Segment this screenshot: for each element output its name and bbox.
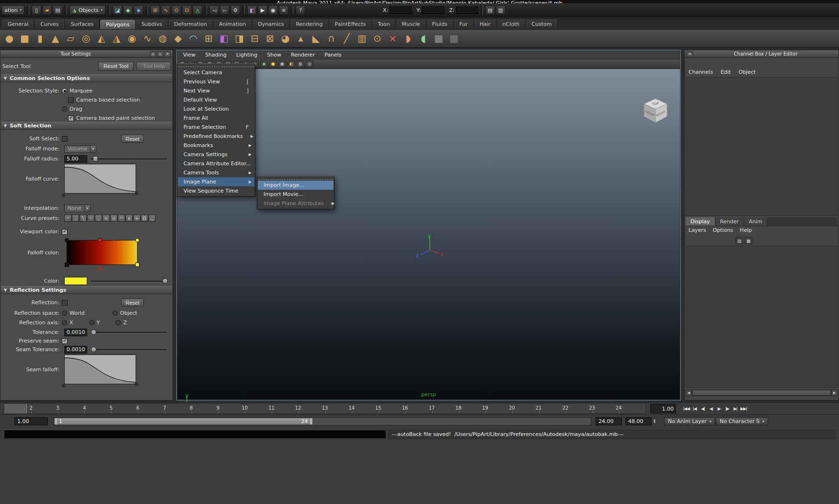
shelf-tab-curves[interactable]: Curves	[34, 19, 65, 29]
shelf-tab-toon[interactable]: Toon	[372, 19, 396, 29]
slider-handle[interactable]	[162, 278, 168, 284]
xray-display-icon[interactable]: ◍	[297, 60, 304, 68]
ramp-marker-icon[interactable]	[135, 263, 139, 267]
all-lights-icon[interactable]: ●	[278, 60, 286, 68]
curve-preset-soft-icon[interactable]: ◜	[64, 215, 71, 222]
output-connections-icon[interactable]: ▻	[220, 5, 230, 15]
snap-to-grid-icon[interactable]: ⊞	[150, 5, 160, 15]
construction-history-icon[interactable]: ⚙	[230, 5, 240, 15]
poly-soccer-ball-icon[interactable]: ◍	[155, 31, 170, 46]
input-connections-icon[interactable]: ◅	[209, 5, 219, 15]
selection-mask-dropdown[interactable]: ◮ Objects▾	[69, 5, 105, 15]
coord-x-field[interactable]	[390, 6, 412, 14]
play-forward-button[interactable]: ▶	[715, 403, 723, 414]
create-layer-assign-selected-icon[interactable]: ▦	[745, 237, 752, 244]
play-backward-button[interactable]: ◀	[707, 403, 715, 414]
range-slider-track[interactable]: 1 24	[54, 417, 591, 425]
shading-menu[interactable]: Shading	[205, 52, 227, 58]
dock-icon[interactable]: ▫	[150, 51, 156, 57]
step-forward-frame-button[interactable]: ▶|	[731, 403, 739, 414]
layers-menu[interactable]: Layers	[689, 227, 706, 235]
select-by-component-icon[interactable]: ◈	[134, 5, 143, 15]
perspective-viewport[interactable]: View Shading Lighting Show Renderer Pane…	[176, 50, 681, 401]
curve-preset-crater-icon[interactable]: ◟	[95, 215, 102, 222]
menu-item-predefined-bookmarks[interactable]: Predefined Bookmarks▶	[178, 132, 254, 141]
step-back-key-button[interactable]: ◀|	[699, 403, 707, 414]
shelf-tab-surfaces[interactable]: Surfaces	[65, 19, 100, 29]
camera-paint-selection-checkbox[interactable]	[68, 115, 74, 121]
tolerance-slider[interactable]	[91, 329, 167, 335]
curve-preset-spike-icon[interactable]: ∧	[126, 215, 133, 222]
poly-mirror-icon[interactable]: ◨	[232, 31, 247, 46]
split-polygon-icon[interactable]: ╱	[339, 31, 354, 46]
soft-selection-header[interactable]: ▼ Soft Selection	[1, 122, 172, 130]
spinner-icon[interactable]: ▲▼	[654, 419, 655, 424]
poly-bridge-icon[interactable]: ∩	[324, 31, 339, 46]
render-settings-icon[interactable]: ≡	[279, 5, 288, 15]
falloff-color-ramp[interactable]: ⊗	[67, 240, 138, 265]
shelf-tab-animation[interactable]: Animation	[213, 19, 252, 29]
lighting-menu[interactable]: Lighting	[236, 52, 257, 58]
preserve-seam-checkbox[interactable]	[62, 338, 68, 344]
snap-to-curve-icon[interactable]: ∿	[161, 5, 171, 15]
soft-select-checkbox[interactable]	[62, 136, 68, 142]
curve-point-icon[interactable]: ⊗	[61, 193, 66, 198]
make-live-icon[interactable]: ◬	[193, 5, 202, 15]
options-menu[interactable]: Options	[713, 227, 733, 235]
sculpt-tool-icon[interactable]: ◠	[186, 31, 201, 46]
poly-helix-icon[interactable]: ∿	[140, 31, 155, 46]
uv-checker-icon[interactable]: ▦	[431, 31, 446, 46]
shelf-tab-rendering[interactable]: Rendering	[290, 19, 329, 29]
submenu-item-import-movie[interactable]: Import Movie...	[258, 190, 333, 199]
curve-preset-bell-icon[interactable]: Ω	[141, 215, 148, 222]
ramp-marker-icon[interactable]	[98, 238, 102, 242]
curve-preset-stairs-icon[interactable]: ∩	[110, 215, 117, 222]
save-scene-icon[interactable]: ▤	[53, 5, 62, 15]
menu-item-camera-attribute-editor[interactable]: Camera Attribute Editor...	[178, 159, 254, 168]
shelf-tab-fluids[interactable]: Fluids	[426, 19, 454, 29]
curve-point-icon[interactable]: ⊗	[135, 191, 139, 196]
show-menu[interactable]: Show	[267, 52, 281, 58]
object-radio[interactable]	[113, 310, 118, 316]
tab-render[interactable]: Render	[715, 217, 744, 226]
viewport-color-checkbox[interactable]	[62, 229, 68, 235]
shelf-tab-dynamics[interactable]: Dynamics	[252, 19, 290, 29]
color-swatch[interactable]	[64, 277, 87, 285]
poly-plane-icon[interactable]: ▱	[63, 31, 78, 46]
shelf-tab-polygons[interactable]: Polygons	[100, 19, 136, 29]
shelf-tab-fur[interactable]: Fur	[454, 19, 474, 29]
coord-z-field[interactable]	[456, 6, 478, 14]
poly-platonic-solid-icon[interactable]: ◆	[171, 31, 185, 46]
menu-set-dropdown[interactable]: ation▾	[1, 5, 24, 15]
insert-edge-loop-icon[interactable]: ▥	[355, 31, 369, 46]
curve-point-icon[interactable]: ⊗	[135, 382, 139, 387]
seam-tolerance-field[interactable]: 0.0010	[64, 346, 87, 354]
step-forward-key-button[interactable]: |▶	[723, 403, 731, 414]
paint-weights-icon[interactable]: ◖	[416, 31, 431, 46]
go-to-end-button[interactable]: ▶▶|	[739, 403, 747, 414]
merge-vertices-icon[interactable]: ⊙	[370, 31, 385, 46]
poly-smooth-icon[interactable]: ◕	[278, 31, 293, 46]
command-console-icon[interactable]: ▥	[496, 5, 506, 15]
time-ruler[interactable]: 2 3 4 5 6 7 8 9 10 11 12 13 14 15 16 17 …	[4, 403, 646, 414]
shelf-tab-subdivs[interactable]: Subdivs	[136, 19, 168, 29]
curve-preset-wave-icon[interactable]: ∿	[103, 215, 110, 222]
channels-menu[interactable]: Channels	[689, 69, 713, 75]
channel-box-titlebar[interactable]: ≡ Channel Box / Layer Editor	[685, 50, 839, 58]
menu-item-camera-tools[interactable]: Camera Tools▶	[178, 168, 254, 177]
camera-based-selection-checkbox[interactable]	[68, 97, 74, 103]
curve-preset-step-icon[interactable]: ◡	[149, 215, 156, 222]
help-icon[interactable]: ?	[296, 5, 305, 15]
view-menu[interactable]: View	[183, 52, 195, 58]
curve-preset-hard-icon[interactable]: ◝	[87, 215, 94, 222]
menu-item-camera-settings[interactable]: Camera Settings▶	[178, 150, 254, 159]
reflection-settings-header[interactable]: ▼ Reflection Settings	[1, 286, 172, 294]
poly-bevel-icon[interactable]: ◣	[309, 31, 323, 46]
tool-settings-titlebar[interactable]: Tool Settings ▫ ▫ ×	[0, 50, 172, 58]
select-by-object-icon[interactable]: ◆	[123, 5, 133, 15]
tolerance-field[interactable]: 0.0010	[64, 329, 87, 336]
poly-torus-icon[interactable]: ◎	[79, 31, 93, 46]
sculpt-geometry-icon[interactable]: ◗	[401, 31, 415, 46]
default-lighting-icon[interactable]: ●	[269, 60, 277, 68]
poly-cone-icon[interactable]: ▲	[48, 31, 63, 46]
